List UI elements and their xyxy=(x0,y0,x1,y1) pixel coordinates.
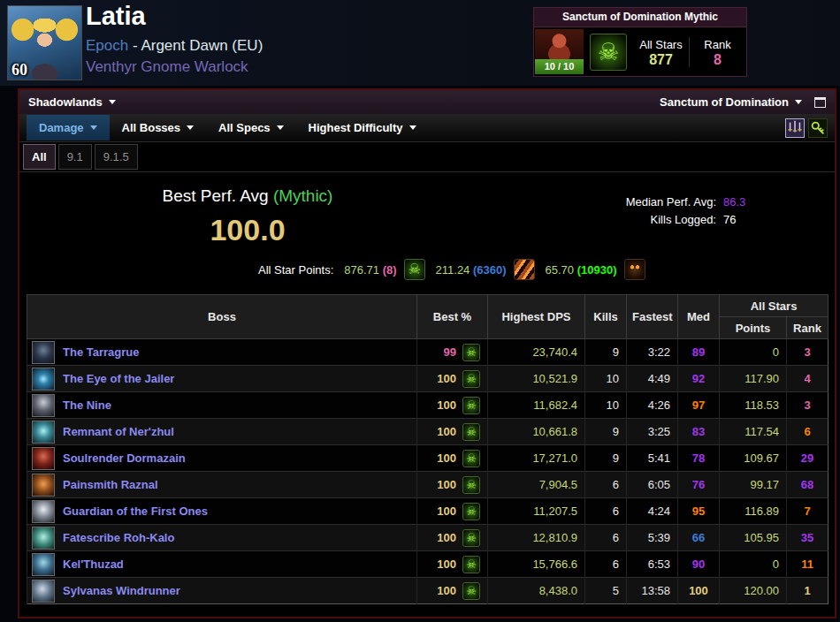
raid-summary-body: 10 / 10 ☠ All Stars 877 Rank 8 xyxy=(534,27,746,76)
med-percent-cell: 100 xyxy=(678,578,720,604)
tab-9-1[interactable]: 9.1 xyxy=(58,144,92,170)
med-percent-cell: 83 xyxy=(678,419,720,445)
metric-dropdown[interactable]: Damage xyxy=(27,115,110,140)
boss-link[interactable]: The Eye of the Jailer xyxy=(63,372,174,385)
affliction-spec-icon: ☠ xyxy=(462,503,480,520)
kills-cell: 9 xyxy=(585,445,627,472)
key-icon[interactable] xyxy=(808,118,828,138)
fastest-cell: 6:05 xyxy=(627,472,678,498)
kills-cell: 10 xyxy=(585,366,627,392)
all-star-points-label: All Star Points: xyxy=(258,263,333,277)
guild-realm-separator: - xyxy=(128,37,141,54)
boss-icon xyxy=(32,368,55,391)
filter-nav-bar: Damage All Bosses All Specs Highest Diff… xyxy=(19,114,835,142)
best-perf-block: Best Perf. Avg (Mythic) 100.0 xyxy=(106,186,389,247)
rank-cell: 68 xyxy=(787,472,829,498)
tab-9-1-5[interactable]: 9.1.5 xyxy=(95,144,138,170)
header-best-percent: Best % xyxy=(417,295,488,339)
rank-cell: 1 xyxy=(787,578,829,604)
metric-dropdown-label: Damage xyxy=(39,121,84,134)
popout-window-icon[interactable] xyxy=(814,97,826,108)
kills-logged-label: Kills Logged: xyxy=(575,213,716,226)
destruction-spec-icon xyxy=(514,259,535,280)
points-cell: 0 xyxy=(720,551,787,578)
guild-link[interactable]: Epoch xyxy=(86,37,128,54)
asp-points-demonology: 65.70 (10930) xyxy=(546,263,617,277)
rank-cell: 3 xyxy=(787,339,829,366)
boss-link[interactable]: Guardian of the First Ones xyxy=(63,504,208,518)
best-percent: 100 xyxy=(437,504,456,518)
kills-logged-value: 76 xyxy=(723,213,745,226)
best-percent: 100 xyxy=(437,425,456,438)
character-avatar: 60 xyxy=(7,5,82,80)
asp-points-value: 876.71 xyxy=(344,263,379,277)
best-percent: 100 xyxy=(437,372,456,385)
points-cell: 99.17 xyxy=(720,472,787,498)
character-rankings-page: 60 Latia Epoch - Argent Dawn (EU) Venthy… xyxy=(0,0,840,622)
table-row: The Nine 100 ☠ 11,682.4 10 4:26 97 118.5… xyxy=(27,392,829,419)
all-stars-label: All Stars xyxy=(633,37,689,52)
table-row: Painsmith Raznal 100 ☠ 7,904.5 6 6:05 76… xyxy=(27,472,829,498)
kills-cell: 5 xyxy=(585,578,627,604)
boss-link[interactable]: Fatescribe Roh-Kalo xyxy=(63,531,174,544)
points-cell: 120.00 xyxy=(720,578,787,604)
boss-icon xyxy=(32,580,55,603)
table-row: Fatescribe Roh-Kalo 100 ☠ 12,810.9 6 5:3… xyxy=(27,525,829,551)
boss-link[interactable]: Remnant of Ner'zhul xyxy=(63,425,174,438)
boss-icon xyxy=(32,474,55,497)
table-row: The Eye of the Jailer 100 ☠ 10,521.9 10 … xyxy=(27,366,829,392)
performance-summary: Best Perf. Avg (Mythic) 100.0 Median Per… xyxy=(19,172,835,294)
rank-cell: 3 xyxy=(787,392,829,419)
specs-dropdown[interactable]: All Specs xyxy=(206,116,296,140)
boss-icon xyxy=(32,394,55,417)
rank-cell: 4 xyxy=(787,366,829,392)
bosses-dropdown[interactable]: All Bosses xyxy=(110,116,206,140)
asp-points-value: 65.70 xyxy=(546,263,575,277)
affliction-spec-icon: ☠ xyxy=(462,556,480,573)
boss-link[interactable]: Painsmith Raznal xyxy=(63,478,158,491)
highest-dps-cell: 15,766.6 xyxy=(488,551,585,578)
boss-link[interactable]: The Tarragrue xyxy=(63,345,139,359)
boss-table-body: The Tarragrue 99 ☠ 23,740.4 9 3:22 89 0 … xyxy=(27,339,829,604)
boss-rankings-table: Boss Best % Highest DPS Kills Fastest Me… xyxy=(27,294,829,604)
difficulty-dropdown[interactable]: Highest Difficulty xyxy=(296,116,429,140)
rank-cell: 6 xyxy=(787,419,829,445)
affliction-spec-icon: ☠ xyxy=(404,259,425,280)
boss-link[interactable]: Sylvanas Windrunner xyxy=(63,584,180,597)
asp-rank-value: (10930) xyxy=(577,263,617,277)
rank-cell: 7 xyxy=(787,498,829,525)
zone-dropdown[interactable]: Sanctum of Domination xyxy=(660,95,802,109)
table-row: Sylvanas Windrunner 100 ☠ 8,438.0 5 13:5… xyxy=(27,578,829,604)
boss-icon xyxy=(32,341,55,364)
realm-link[interactable]: Argent Dawn (EU) xyxy=(141,37,263,54)
raid-progress-badge: 10 / 10 xyxy=(535,59,584,74)
boss-link[interactable]: Kel'Thuzad xyxy=(63,558,124,571)
points-cell: 118.53 xyxy=(720,392,787,419)
kills-cell: 6 xyxy=(585,498,627,525)
boss-link[interactable]: Soulrender Dormazain xyxy=(63,451,186,465)
best-perf-difficulty: (Mythic) xyxy=(273,186,333,205)
zone-nav-bar: Shadowlands Sanctum of Domination xyxy=(19,90,835,114)
highest-dps-cell: 10,521.9 xyxy=(488,366,585,392)
fastest-cell: 3:25 xyxy=(627,419,678,445)
points-cell: 0 xyxy=(720,339,787,366)
med-percent-cell: 66 xyxy=(678,525,720,551)
affliction-spec-icon: ☠ xyxy=(462,450,480,467)
header-med: Med xyxy=(678,295,720,339)
demonology-spec-icon xyxy=(624,259,645,280)
header-boss: Boss xyxy=(27,295,417,339)
daggers-icon[interactable] xyxy=(785,118,805,138)
chevron-down-icon xyxy=(90,125,97,130)
fastest-cell: 4:49 xyxy=(627,366,678,392)
points-cell: 116.89 xyxy=(720,498,787,525)
fastest-cell: 4:24 xyxy=(627,498,678,525)
rank-summary: Rank 8 xyxy=(689,37,745,67)
affliction-spec-icon: ☠ xyxy=(462,344,480,361)
kills-cell: 6 xyxy=(585,525,627,551)
median-label: Median Perf. Avg: xyxy=(575,195,716,209)
points-cell: 109.67 xyxy=(720,445,787,472)
tab-all[interactable]: All xyxy=(23,144,56,170)
expansion-dropdown[interactable]: Shadowlands xyxy=(28,95,116,109)
boss-link[interactable]: The Nine xyxy=(63,398,111,412)
all-stars-summary: All Stars 877 xyxy=(633,37,689,67)
